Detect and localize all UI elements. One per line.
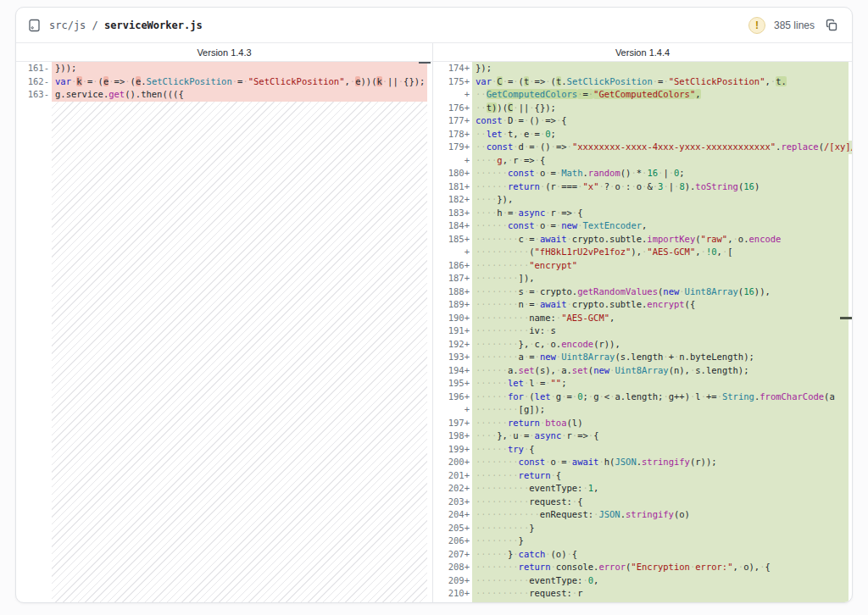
diff-row: 186+··········"encrypt" — [433, 259, 852, 273]
diff-row: 187+········]), — [433, 272, 852, 285]
warning-icon[interactable]: ! — [748, 17, 765, 34]
diff-row: 200+········const·o·=·await·h(JSON.strin… — [433, 456, 852, 469]
line-number: + — [433, 88, 472, 102]
line-number: 195+ — [433, 377, 472, 391]
line-number: 209+ — [433, 574, 472, 588]
code-line: const·D·=·()·=>·{ — [472, 114, 849, 128]
code-line: ····}), — [472, 193, 849, 207]
diff-row: 185+········c·=·await·crypto.subtle.impo… — [433, 233, 852, 247]
code-line: g.service.get().then((({ — [52, 88, 427, 102]
scroll-marker-old[interactable] — [419, 62, 431, 64]
line-number: 189+ — [433, 298, 472, 312]
version-header-old: Version 1.4.3 — [16, 43, 432, 61]
diff-row: 175+var·C·=·(t·=>·(t.SetClickPosition·=·… — [433, 75, 852, 89]
line-number: + — [433, 403, 472, 417]
code-line: ········[g]); — [472, 403, 849, 417]
diff-row: 208+········return·console.error("Encryp… — [433, 561, 852, 574]
diff-row: +··GetComputedColors·=·"GetComputedColor… — [433, 88, 852, 102]
code-line: ··········request:·r — [472, 587, 849, 601]
code-line: ······for·(let·g·=·0;·g·<·a.length;·g++)… — [472, 391, 849, 404]
diff-row: 196+······for·(let·g·=·0;·g·<·a.length;·… — [433, 391, 852, 404]
line-number: 161- — [16, 62, 52, 75]
diff-row: 162-var·k·=·(e·=>·(e.SetClickPosition·=·… — [16, 75, 432, 89]
file-name: serviceWorker.js — [104, 19, 203, 31]
line-number: 196+ — [433, 391, 472, 404]
diff-row: 194+······a.set(s),·a.set(new·Uint8Array… — [433, 364, 852, 378]
code-line: ········n·=·await·crypto.subtle.encrypt(… — [472, 298, 849, 312]
code-line: ········} — [472, 601, 849, 603]
line-number: 178+ — [433, 128, 472, 141]
line-number: 190+ — [433, 312, 472, 325]
path-separator: / — [86, 19, 104, 31]
code-line: ··········request:·{ — [472, 496, 849, 509]
line-number: 193+ — [433, 351, 472, 364]
line-number: 180+ — [433, 167, 472, 180]
code-line: ··········eventType:·0, — [472, 574, 849, 588]
code-line: ··let·t,·e·=·0; — [472, 128, 849, 141]
line-number: + — [433, 154, 472, 168]
pane-new[interactable]: 174+});175+var·C·=·(t·=>·(t.SetClickPosi… — [432, 62, 852, 602]
file-header: src/js / serviceWorker.js ! 385 lines — [16, 8, 852, 43]
diff-row: 201+········return·{ — [433, 469, 852, 483]
line-number: 182+ — [433, 193, 472, 207]
diff-row: 209+··········eventType:·0, — [433, 574, 852, 588]
diff-row: 190+··········name:·"AES-GCM", — [433, 312, 852, 325]
line-number: 188+ — [433, 285, 472, 299]
diff-row: 174+}); — [433, 62, 852, 75]
diff-row: 161-})); — [16, 62, 432, 75]
code-line: })); — [52, 62, 427, 75]
empty-region-hatch — [52, 102, 427, 603]
file-icon — [28, 19, 41, 32]
code-line: }); — [472, 62, 849, 75]
diff-row: 184+······const·o·=·new·TextEncoder, — [433, 219, 852, 233]
line-number: 201+ — [433, 469, 472, 483]
copy-icon[interactable] — [823, 17, 840, 34]
diff-row: 177+const·D·=·()·=>·{ — [433, 114, 852, 128]
diff-row: 183+····h·=·async·r·=>·{ — [433, 207, 852, 220]
diff-row: 192+········},·c,·o.encode(r)), — [433, 338, 852, 352]
code-line: ······let·l·=·""; — [472, 377, 849, 391]
diff-row: 202+··········eventType:·1, — [433, 482, 852, 496]
code-line: ········} — [472, 535, 849, 548]
version-header-new: Version 1.4.4 — [432, 43, 852, 61]
code-line: ········s·=·crypto.getRandomValues(new·U… — [472, 285, 849, 299]
code-line: ········return·console.error("Encryption… — [472, 561, 849, 574]
diff-body: 161-}));162-var·k·=·(e·=>·(e.SetClickPos… — [16, 62, 852, 602]
line-number: 175+ — [433, 75, 472, 89]
diff-row: 197+······return·btoa(l) — [433, 417, 852, 430]
diff-row: 195+······let·l·=·""; — [433, 377, 852, 391]
line-number: 202+ — [433, 482, 472, 496]
diff-row: 179+··const·d·=·()·=>·"xxxxxxxx-xxxx-4xx… — [433, 141, 852, 154]
code-line: ········a·=·new·Uint8Array(s.length·+·n.… — [472, 351, 849, 364]
line-number: 174+ — [433, 62, 472, 75]
line-number: 192+ — [433, 338, 472, 352]
code-line: ··········} — [472, 522, 849, 535]
line-number: 211+ — [433, 601, 472, 603]
code-line: ······return·btoa(l) — [472, 417, 849, 430]
scroll-marker-new[interactable] — [840, 317, 852, 319]
code-line: ··········"encrypt" — [472, 259, 849, 273]
diff-viewer-card: src/js / serviceWorker.js ! 385 lines Ve… — [15, 7, 853, 603]
diff-row: 176+··t))(C·||·{}); — [433, 102, 852, 115]
diff-row: +····g,·r·=>·{ — [433, 154, 852, 168]
diff-row: 198+····},·u·=·async·r·=>·{ — [433, 429, 852, 443]
code-line: ······const·o·=·Math.random()·*·16·|·0; — [472, 167, 849, 180]
version-headers: Version 1.4.3 Version 1.4.4 — [16, 43, 852, 62]
line-number: 207+ — [433, 548, 472, 562]
line-number: 176+ — [433, 102, 472, 115]
diff-row: 180+······const·o·=·Math.random()·*·16·|… — [433, 167, 852, 180]
diff-row: 204+············enRequest:·JSON.stringif… — [433, 508, 852, 522]
line-number: 210+ — [433, 587, 472, 601]
diff-row: 163-g.service.get().then((({ — [16, 88, 432, 102]
diff-row: 199+······try·{ — [433, 443, 852, 457]
line-number: 184+ — [433, 219, 472, 233]
line-number: 191+ — [433, 324, 472, 338]
code-line: ··········name:·"AES-GCM", — [472, 312, 849, 325]
code-line: ········]), — [472, 272, 849, 285]
diff-row: 206+········} — [433, 535, 852, 548]
line-number: 183+ — [433, 207, 472, 220]
line-number: 187+ — [433, 272, 472, 285]
pane-old[interactable]: 161-}));162-var·k·=·(e·=>·(e.SetClickPos… — [16, 62, 432, 602]
diff-row: 210+··········request:·r — [433, 587, 852, 601]
diff-row: 188+········s·=·crypto.getRandomValues(n… — [433, 285, 852, 299]
